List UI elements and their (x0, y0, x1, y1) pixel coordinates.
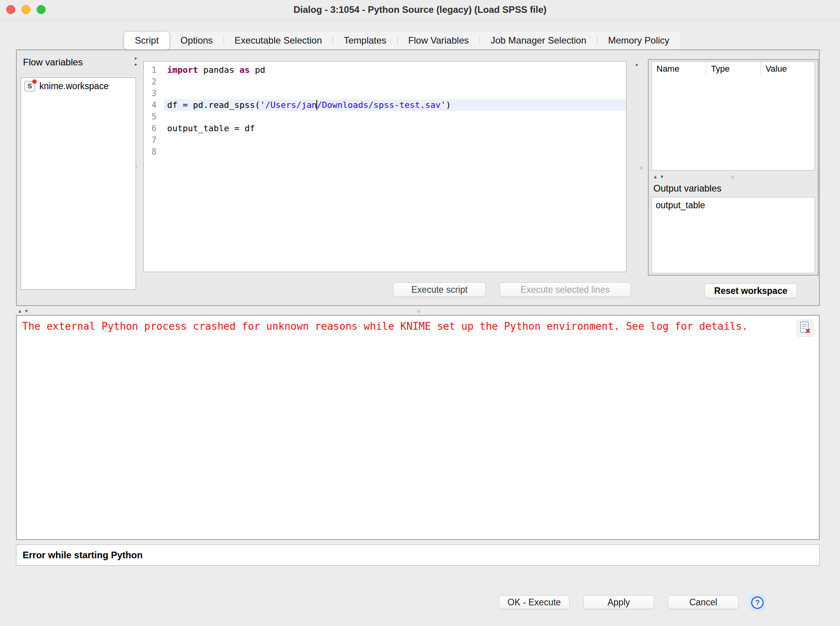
collapse-flow-variables-handle[interactable]: ▸▸ (135, 56, 137, 67)
console-output: The external Python process crashed for … (16, 315, 820, 540)
execute-script-button[interactable]: Execute script (393, 282, 486, 297)
console-splitter-arrows-icon[interactable]: ▲▼ (18, 308, 31, 314)
zoom-button[interactable] (37, 5, 46, 14)
workspace-variables-panel: Name Type Value ▲▼ Output variables outp… (648, 59, 819, 276)
output-variables-splitter[interactable]: ▲▼ (651, 172, 815, 182)
code-text: df = pd.read_spss('/Users/jan/Downloads/… (164, 99, 626, 111)
column-header-value: Value (761, 62, 815, 75)
tab-memory-policy[interactable]: Memory Policy (597, 32, 680, 49)
code-line[interactable]: 6output_table = df (144, 123, 626, 134)
collapse-right-panel-handle[interactable]: ▸ (636, 62, 638, 67)
script-tab-panel: Flow variables ▸▸ Sknime.workspace 1impo… (16, 49, 820, 306)
close-button[interactable] (6, 5, 15, 14)
splitter-dot-handle[interactable] (731, 176, 734, 179)
tab-script[interactable]: Script (124, 31, 170, 50)
help-button[interactable]: ? (749, 594, 766, 611)
variables-table[interactable]: Name Type Value (651, 62, 815, 171)
tab-flow-variables[interactable]: Flow Variables (397, 32, 480, 49)
code-text: import pandas as pd (164, 64, 626, 76)
cancel-button[interactable]: Cancel (668, 595, 739, 609)
variables-table-header: Name Type Value (652, 62, 815, 75)
clear-console-icon (798, 321, 812, 336)
line-number: 8 (144, 146, 164, 158)
line-number: 5 (144, 111, 164, 123)
code-line[interactable]: 5 (144, 111, 626, 123)
variable-red-dot (32, 79, 37, 84)
output-variables-title: Output variables (653, 183, 722, 194)
tab-executable-selection[interactable]: Executable Selection (224, 32, 333, 49)
line-number: 3 (144, 88, 164, 99)
code-lines: 1import pandas as pd234df = pd.read_spss… (144, 64, 626, 158)
titlebar: Dialog - 3:1054 - Python Source (legacy)… (0, 0, 840, 19)
code-editor[interactable]: 1import pandas as pd234df = pd.read_spss… (143, 61, 626, 272)
clear-console-button[interactable] (796, 320, 814, 337)
window-title: Dialog - 3:1054 - Python Source (legacy)… (0, 0, 840, 19)
right-splitter-handle[interactable] (639, 166, 643, 170)
status-bar: Error while starting Python (16, 544, 820, 566)
code-text: output_table = df (164, 123, 626, 134)
tab-templates[interactable]: Templates (333, 32, 397, 49)
flow-variables-title: Flow variables (23, 57, 83, 68)
code-text (164, 134, 626, 146)
line-number: 1 (144, 64, 164, 76)
tab-options[interactable]: Options (169, 32, 224, 49)
execute-selected-lines-button[interactable]: Execute selected lines (499, 282, 631, 297)
code-line[interactable]: 8 (144, 146, 626, 158)
tab-bar: ScriptOptionsExecutable SelectionTemplat… (124, 32, 680, 49)
console-error-message: The external Python process crashed for … (22, 320, 786, 333)
code-text (164, 111, 626, 123)
reset-workspace-button[interactable]: Reset workspace (704, 283, 797, 298)
flow-variables-list[interactable]: Sknime.workspace (21, 77, 136, 290)
splitter-arrows-icon[interactable]: ▲▼ (653, 174, 666, 179)
code-text (164, 146, 626, 158)
line-number: 2 (144, 76, 164, 88)
line-number: 6 (144, 123, 164, 134)
code-text (164, 88, 626, 99)
apply-button[interactable]: Apply (583, 595, 654, 609)
column-header-type: Type (706, 62, 761, 75)
help-question-icon: ? (751, 596, 764, 609)
code-line[interactable]: 4df = pd.read_spss('/Users/jan/Downloads… (144, 99, 626, 111)
line-number: 7 (144, 134, 164, 146)
flow-variable-label: knime.workspace (39, 81, 109, 91)
console-splitter-handle[interactable] (417, 309, 420, 313)
status-message: Error while starting Python (16, 550, 143, 561)
code-line[interactable]: 1import pandas as pd (144, 64, 626, 76)
code-line[interactable]: 7 (144, 134, 626, 146)
code-line[interactable]: 3 (144, 88, 626, 99)
line-number: 4 (144, 99, 164, 111)
flow-variable-item[interactable]: Sknime.workspace (21, 78, 136, 95)
minimize-button[interactable] (21, 5, 30, 14)
output-variables-list[interactable]: output_table (651, 197, 815, 273)
output-variable-item[interactable]: output_table (652, 197, 815, 213)
s-variable-icon: S (25, 81, 35, 91)
tab-job-manager-selection[interactable]: Job Manager Selection (480, 32, 597, 49)
ok-execute-button[interactable]: OK - Execute (499, 595, 570, 609)
code-line[interactable]: 2 (144, 76, 626, 88)
column-header-name: Name (652, 62, 706, 75)
code-text (164, 76, 626, 88)
